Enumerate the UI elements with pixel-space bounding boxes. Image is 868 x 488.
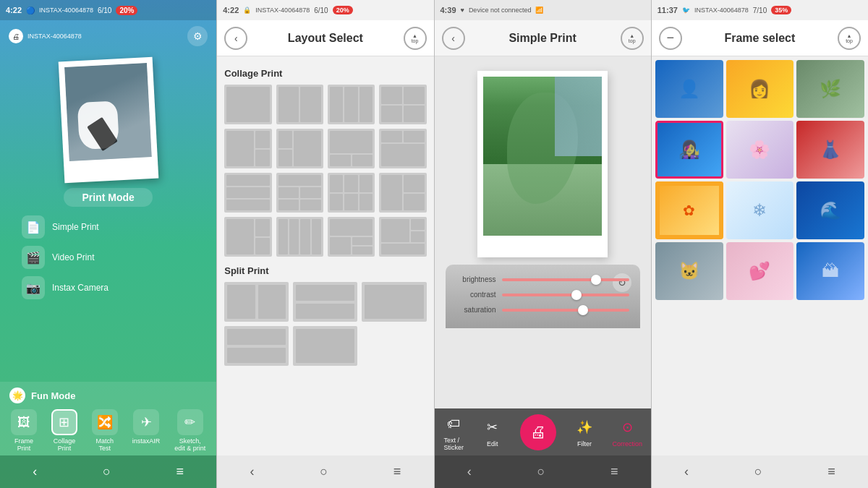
split-thumb-5[interactable]	[293, 326, 357, 366]
layout-thumb-14[interactable]	[276, 217, 323, 257]
layout-thumb-1[interactable]	[224, 85, 271, 124]
layout-thumb-10[interactable]	[276, 173, 323, 213]
frame-select-title: Frame select	[724, 32, 795, 45]
frame-thumb-8[interactable]: ❄	[726, 181, 794, 239]
mode-simple[interactable]: 📄 Simple Print	[14, 213, 202, 241]
split-thumb-4[interactable]	[224, 326, 289, 366]
panel1-header: 🖨 INSTAX-40064878 ⚙	[0, 20, 216, 52]
layout-thumb-4[interactable]	[379, 85, 426, 124]
brightness-label: brightness	[456, 275, 496, 283]
back-nav-4[interactable]: ‹	[684, 464, 689, 479]
nav-bar-4: ‹ ○ ≡	[652, 455, 868, 488]
fun-instaxair[interactable]: ✈ instaxAIR	[132, 409, 161, 452]
layout-thumb-9[interactable]	[224, 173, 271, 213]
settings-button[interactable]: ⚙	[187, 26, 208, 46]
polaroid-preview	[58, 57, 158, 184]
layout-thumb-7[interactable]	[328, 129, 375, 168]
frame-thumb-10[interactable]: 🐱	[655, 242, 723, 300]
instax-camera-icon: 📷	[22, 276, 45, 299]
back-button-3[interactable]: ‹	[442, 27, 465, 50]
contrast-slider[interactable]	[502, 294, 629, 296]
brightness-row: brightness	[456, 275, 629, 283]
split-thumb-2[interactable]	[293, 282, 357, 322]
minus-button-4[interactable]: −	[659, 27, 682, 50]
fun-match-test[interactable]: 🔀 MatchTest	[92, 409, 118, 452]
fun-collage-print[interactable]: ⊞ CollagePrint	[51, 409, 77, 452]
brightness-slider[interactable]	[502, 278, 629, 281]
pages-2: 6/10	[314, 7, 328, 14]
layout-thumb-11[interactable]	[328, 173, 375, 213]
nav-bar-3: ‹ ○ ≡	[435, 455, 651, 488]
layout-thumb-5[interactable]	[224, 129, 271, 168]
top-button-3[interactable]: ▲top	[621, 27, 644, 50]
correction-icon: ⊙	[616, 416, 638, 438]
print-button[interactable]: 🖨	[520, 414, 556, 450]
layout-thumb-15[interactable]	[328, 217, 375, 257]
frame-thumb-5[interactable]: 🌸	[726, 121, 794, 179]
printer-name-4: INSTAX-40064878	[694, 7, 749, 14]
saturation-label: saturation	[456, 306, 496, 314]
battery-4: 35%	[771, 6, 791, 14]
layout-thumb-13[interactable]	[224, 217, 271, 257]
menu-nav-2[interactable]: ≡	[393, 464, 401, 479]
layout-thumb-6[interactable]	[276, 129, 323, 168]
home-nav-3[interactable]: ○	[537, 464, 545, 479]
layout-thumb-8[interactable]	[379, 129, 426, 168]
panel-layout-select: 4:22 🔒 INSTAX-40064878 6/10 20% ‹ Layout…	[217, 0, 433, 488]
fun-sketch-edit[interactable]: ✏ Sketch,edit & print	[174, 409, 205, 452]
text-sticker-button[interactable]: 🏷 Text /Sticker	[443, 413, 464, 451]
frame-thumb-4[interactable]: 👩‍🎤	[655, 121, 723, 179]
split-layout-grid	[224, 282, 426, 366]
frame-thumb-3[interactable]: 🌿	[796, 60, 864, 118]
top-button-2[interactable]: ▲top	[404, 27, 427, 50]
split-thumb-1[interactable]	[224, 282, 289, 322]
fun-frame-print[interactable]: 🖼 FramePrint	[11, 409, 37, 452]
panel-frame-select: 11:37 🐦 INSTAX-40064878 7/10 35% − Frame…	[652, 0, 868, 488]
saturation-slider[interactable]	[502, 309, 629, 312]
instaxair-icon: ✈	[133, 409, 159, 435]
home-nav-2[interactable]: ○	[320, 464, 328, 479]
back-nav-3[interactable]: ‹	[467, 464, 472, 479]
printer-name-2: INSTAX-40064878	[255, 7, 310, 14]
nav-bar-1: ‹ ○ ≡	[0, 455, 216, 488]
panel4-content: 👤 👩 🌿 👩‍🎤 🌸 👗 ✿ ❄	[652, 56, 868, 455]
filter-icon: ✨	[574, 416, 595, 438]
frame-print-icon: 🖼	[11, 409, 37, 435]
menu-nav-4[interactable]: ≡	[827, 464, 835, 479]
layout-thumb-3[interactable]	[328, 85, 375, 124]
home-nav-1[interactable]: ○	[103, 464, 111, 479]
split-thumb-3[interactable]	[362, 282, 426, 322]
frame-thumb-11[interactable]: 💕	[726, 242, 794, 300]
video-print-label: Video Print	[52, 252, 94, 262]
toolbar-bar: 🏷 Text /Sticker ✂ Edit 🖨 ✨ Filter ⊙ Corr…	[435, 408, 651, 455]
frame-thumb-7[interactable]: ✿	[655, 181, 723, 239]
back-button-2[interactable]: ‹	[224, 27, 247, 50]
fun-mode-bar: 🌟 Fun Mode 🖼 FramePrint ⊞ CollagePrint 🔀…	[0, 382, 216, 455]
filter-button[interactable]: ✨ Filter	[574, 416, 595, 448]
frame-thumb-12[interactable]: 🏔	[796, 242, 864, 300]
mode-instax[interactable]: 📷 Instax Camera	[14, 273, 202, 302]
layout-thumb-12[interactable]	[379, 173, 426, 213]
home-nav-4[interactable]: ○	[754, 464, 762, 479]
menu-nav-3[interactable]: ≡	[610, 464, 618, 479]
frame-thumb-6[interactable]: 👗	[796, 121, 864, 179]
layout-thumb-16[interactable]	[379, 217, 426, 257]
frame-thumb-9[interactable]: 🌊	[796, 181, 864, 239]
frame-thumb-1[interactable]: 👤	[655, 60, 723, 118]
layout-thumb-2[interactable]	[276, 85, 323, 124]
correction-button[interactable]: ⊙ Correction	[612, 416, 642, 448]
top-button-4[interactable]: ▲top	[838, 27, 861, 50]
refresh-button[interactable]: ↻	[613, 273, 631, 292]
frame-thumb-2[interactable]: 👩	[726, 60, 794, 118]
back-nav-2[interactable]: ‹	[250, 464, 255, 479]
menu-nav-1[interactable]: ≡	[176, 464, 184, 479]
mode-video[interactable]: 🎬 Video Print	[14, 243, 202, 272]
instax-camera-label: Instax Camera	[52, 283, 109, 293]
polaroid-area	[0, 52, 216, 184]
battery-1: 20%	[116, 6, 137, 15]
statusbar-4: 11:37 🐦 INSTAX-40064878 7/10 35%	[652, 0, 868, 20]
statusbar-2: 4:22 🔒 INSTAX-40064878 6/10 20%	[217, 0, 433, 20]
edit-button[interactable]: ✂ Edit	[482, 416, 503, 448]
print-preview	[477, 71, 608, 257]
back-nav-1[interactable]: ‹	[33, 464, 37, 479]
